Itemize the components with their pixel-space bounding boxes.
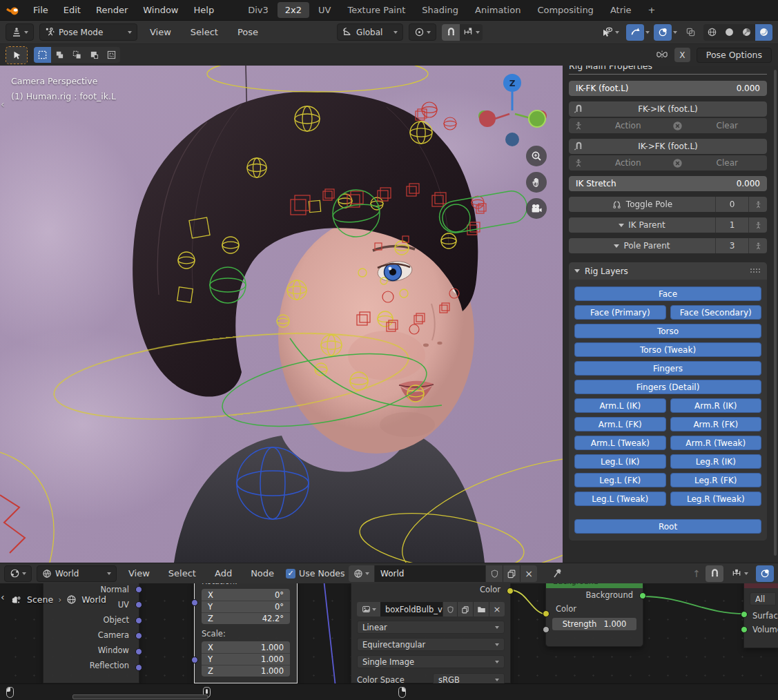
transform-orientation-selector[interactable]: Global (337, 23, 403, 41)
breadcrumb-world[interactable]: World (81, 594, 106, 605)
toggle-pole-button[interactable]: Toggle Pole (569, 197, 715, 212)
node-world-output[interactable]: All Surface Volume (743, 583, 778, 648)
menu-select[interactable]: Select (162, 565, 203, 581)
shading-material-button[interactable] (738, 24, 755, 41)
pin-icon[interactable] (552, 568, 563, 579)
menu-node[interactable]: Node (244, 565, 281, 581)
fk-to-ik-button[interactable]: FK->IK (foot.L) (569, 101, 767, 117)
menu-select[interactable]: Select (184, 24, 225, 40)
zoom-button[interactable] (526, 146, 547, 166)
toggle-pole-value[interactable]: 0 (715, 197, 748, 212)
node-background[interactable]: Background Background Color Strength 1.0… (545, 583, 643, 647)
rotation-y-field[interactable]: Y0° (202, 601, 290, 612)
world-output-header[interactable] (744, 583, 778, 588)
unlink-button[interactable]: × (520, 565, 537, 582)
pivot-point-selector[interactable] (409, 23, 436, 41)
tab-atrie[interactable]: Atrie (603, 2, 639, 18)
ik-to-fk-button[interactable]: IK->FK (foot.L) (569, 139, 767, 154)
menu-view[interactable]: View (143, 24, 178, 40)
layer-leg-r-fk[interactable]: Leg.R (FK) (670, 473, 762, 487)
menu-file[interactable]: File (26, 2, 55, 18)
horizontal-scrollbar[interactable] (72, 694, 208, 699)
rotation-x-field[interactable]: X0° (202, 589, 290, 601)
scale-x-field[interactable]: X1.000 (202, 641, 290, 653)
layer-torso[interactable]: Torso (574, 324, 761, 338)
rig-layers-header[interactable]: Rig Layers (569, 262, 767, 280)
bone-select-icon[interactable] (748, 217, 767, 233)
layer-arm-r-tweak[interactable]: Arm.R (Tweak) (670, 436, 762, 450)
socket-scale-input[interactable] (191, 657, 198, 663)
select-intersect-mode-button[interactable] (103, 47, 120, 63)
socket-uv[interactable] (135, 601, 142, 608)
select-box-mode-button[interactable] (34, 47, 51, 63)
background-node-header[interactable]: Background (546, 583, 643, 588)
world-name-field[interactable]: World (375, 565, 485, 582)
tab-animation[interactable]: Animation (467, 2, 528, 18)
new-copy-button[interactable] (503, 565, 520, 582)
socket-volume-input[interactable] (741, 626, 748, 633)
snap-settings-button[interactable] (728, 565, 751, 582)
world-id-type-button[interactable] (349, 565, 375, 582)
viewport-3d[interactable]: Camera Perspective (1) Human.rig : foot_… (0, 66, 563, 563)
show-overlays-button[interactable] (654, 24, 672, 41)
blender-logo-icon[interactable] (6, 4, 21, 17)
mirror-butterfly-icon[interactable] (656, 50, 668, 60)
selectability-visibility-button[interactable] (599, 24, 622, 41)
ik-parent-dropdown[interactable]: IK Parent (569, 217, 715, 233)
interpolation-dropdown[interactable]: Linear (357, 621, 505, 634)
layer-fingers-detail[interactable]: Fingers (Detail) (574, 380, 761, 394)
tab-2x2[interactable]: 2x2 (278, 2, 309, 18)
layer-arm-r-fk[interactable]: Arm.R (FK) (670, 417, 762, 431)
socket-object[interactable] (135, 617, 142, 624)
navigation-gizmo[interactable]: Z (478, 69, 554, 152)
snap-toggle-button[interactable] (706, 565, 723, 582)
xray-toggle-button[interactable] (681, 24, 699, 41)
layer-fingers[interactable]: Fingers (574, 361, 761, 376)
node-mapping[interactable]: Rotation: X0° Y0° Z42.2° Scale: X1.000 Y… (194, 583, 298, 683)
shading-solid-button[interactable] (721, 24, 738, 41)
socket-rotation-input[interactable] (191, 599, 198, 606)
snap-toggle-button[interactable] (442, 24, 460, 41)
scale-z-field[interactable]: Z1.000 (202, 665, 290, 677)
add-workspace-tab[interactable]: + (641, 2, 663, 18)
active-tool-tweak-button[interactable] (6, 47, 27, 64)
panel-toggle-arrow-icon[interactable]: ‹ (1, 99, 5, 110)
snap-settings-button[interactable] (460, 24, 483, 41)
socket-surface-input[interactable] (741, 611, 748, 618)
layer-arm-l-tweak[interactable]: Arm.L (Tweak) (574, 436, 666, 450)
bone-select-icon[interactable] (748, 197, 767, 212)
fake-user-button[interactable] (443, 602, 457, 616)
pole-parent-value[interactable]: 3 (715, 238, 748, 253)
layer-leg-l-ik[interactable]: Leg.L (IK) (574, 454, 666, 469)
fake-user-button[interactable] (485, 565, 503, 582)
select-extend-mode-button[interactable] (68, 47, 86, 63)
ik-parent-value[interactable]: 1 (715, 217, 748, 233)
clear-button[interactable]: Clear (688, 118, 768, 133)
layer-face[interactable]: Face (574, 286, 761, 301)
chevron-down-icon[interactable] (673, 31, 677, 34)
pan-button[interactable] (526, 172, 547, 193)
menu-edit[interactable]: Edit (57, 2, 88, 18)
scale-y-field[interactable]: Y1.000 (202, 653, 290, 665)
tab-uv[interactable]: UV (311, 2, 338, 18)
camera-view-button[interactable] (526, 198, 547, 219)
pose-options-dropdown[interactable]: Pose Options (697, 48, 772, 63)
show-gizmo-button[interactable] (626, 24, 644, 41)
breadcrumb-scene[interactable]: Scene (27, 594, 53, 605)
image-name-field[interactable]: boxFoldBulb_v2_... (380, 602, 443, 616)
layer-leg-l-fk[interactable]: Leg.L (FK) (574, 473, 666, 487)
socket-background-output[interactable] (639, 592, 646, 599)
strength-slider[interactable]: Strength 1.000 (552, 618, 636, 630)
shading-rendered-button[interactable] (755, 24, 772, 41)
tab-texture-paint[interactable]: Texture Paint (340, 2, 413, 18)
mirror-x-button[interactable]: X (674, 48, 690, 62)
menu-add[interactable]: Add (208, 565, 239, 581)
layer-face-primary[interactable]: Face (Primary) (574, 305, 666, 320)
parent-node-tree-icon[interactable]: ↑ (692, 568, 701, 579)
image-selector-button[interactable] (357, 602, 380, 616)
tab-div3[interactable]: Div3 (240, 2, 276, 18)
socket-reflection[interactable] (135, 664, 142, 671)
layer-leg-r-tweak[interactable]: Leg.R (Tweak) (670, 492, 762, 506)
source-dropdown[interactable]: Single Image (357, 655, 505, 668)
bone-select-icon[interactable] (748, 238, 767, 253)
